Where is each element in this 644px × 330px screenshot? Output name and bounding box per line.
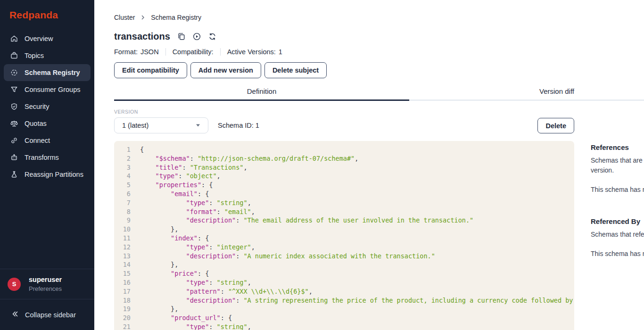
tab-version-diff[interactable]: Version diff xyxy=(409,87,644,101)
code-line: 4 "type": "object", xyxy=(114,172,574,181)
code-line: 7 "type": "string", xyxy=(114,198,574,207)
line-number: 2 xyxy=(114,154,131,163)
shield-icon xyxy=(10,102,18,111)
meta-label: Format: xyxy=(114,48,138,56)
sidebar-item-quotas[interactable]: Quotas xyxy=(4,115,91,132)
meta-label: Compatibility: xyxy=(173,48,214,56)
sidebar-item-topics[interactable]: Topics xyxy=(4,47,91,64)
line-content: "email": { xyxy=(131,190,209,198)
code-line: 16 "type": "string", xyxy=(114,278,574,287)
line-content: }, xyxy=(131,225,178,234)
chevron-right-icon xyxy=(140,15,146,20)
sidebar-item-label: Security xyxy=(25,103,49,110)
line-content: "product_url": { xyxy=(131,314,232,322)
line-content: "type": "string", xyxy=(131,278,251,287)
actions-row: Edit compatibilityAdd new versionDelete … xyxy=(114,62,644,78)
edit-compatibility-button[interactable]: Edit compatibility xyxy=(114,62,187,78)
line-number: 19 xyxy=(114,305,131,314)
line-number: 6 xyxy=(114,190,131,198)
sidebar-item-label: Connect xyxy=(25,137,50,144)
line-content: "$schema": "http://json-schema.org/draft… xyxy=(131,154,358,163)
refs-paragraph: Schemas that are referenced by this vers… xyxy=(591,156,644,175)
line-number: 3 xyxy=(114,163,131,172)
sidebar-item-overview[interactable]: Overview xyxy=(4,30,91,47)
code-line: 12 "type": "integer", xyxy=(114,243,574,252)
sidebar-item-connect[interactable]: Connect xyxy=(4,132,91,149)
line-content: }, xyxy=(131,305,178,314)
line-content: "description": "A string representing th… xyxy=(131,296,574,305)
version-label: VERSION xyxy=(114,109,208,115)
sidebar-item-label: Topics xyxy=(25,52,44,59)
sidebar-item-reassign-partitions[interactable]: Reassign Partitions xyxy=(4,166,91,183)
refs-heading: References xyxy=(591,143,644,151)
line-content: }, xyxy=(131,260,178,269)
delete-subject-button[interactable]: Delete subject xyxy=(264,62,327,78)
topics-icon xyxy=(10,51,18,60)
preferences-link[interactable]: Preferences xyxy=(29,285,62,292)
sidebar-item-transforms[interactable]: Transforms xyxy=(4,149,91,166)
sidebar-item-label: Consumer Groups xyxy=(25,86,80,93)
meta-separator xyxy=(165,48,166,56)
code-line: 17 "pattern": "^XXX \\d+\\.\\d{6}$", xyxy=(114,287,574,296)
line-number: 16 xyxy=(114,278,131,287)
schema-code-editor[interactable]: 1{2 "$schema": "http://json-schema.org/d… xyxy=(114,141,574,330)
run-icon[interactable] xyxy=(192,32,201,41)
schema-id-text: Schema ID: 1 xyxy=(218,122,259,129)
tab-definition[interactable]: Definition xyxy=(114,87,409,101)
breadcrumb: Cluster Schema Registry xyxy=(114,14,644,21)
sidebar-item-label: Quotas xyxy=(25,120,47,127)
line-number: 7 xyxy=(114,198,131,207)
line-number: 14 xyxy=(114,260,131,269)
collapse-sidebar-button[interactable]: Collapse sidebar xyxy=(0,299,94,330)
code-line: 13 "description": "A numeric index assoc… xyxy=(114,252,574,261)
meta-active-versions: Active Versions:1 xyxy=(227,48,282,56)
copy-icon[interactable] xyxy=(177,32,186,41)
flask-icon xyxy=(10,170,18,179)
line-number: 18 xyxy=(114,296,131,305)
refs-section-referenced-by: Referenced BySchemas that reference this… xyxy=(591,217,644,259)
sidebar: Redpanda OverviewTopicsSchema RegistryCo… xyxy=(0,0,94,330)
line-number: 1 xyxy=(114,145,131,154)
page-title: transactions xyxy=(114,31,170,42)
line-number: 13 xyxy=(114,252,131,261)
line-content: { xyxy=(131,145,144,154)
code-line: 3 "title": "Transactions", xyxy=(114,163,574,172)
line-content: "index": { xyxy=(131,234,209,243)
sidebar-item-security[interactable]: Security xyxy=(4,98,91,115)
code-line: 18 "description": "A string representing… xyxy=(114,296,574,305)
user-section[interactable]: S superuser Preferences xyxy=(0,269,94,299)
code-line: 14 }, xyxy=(114,260,574,269)
line-content: "title": "Transactions", xyxy=(131,163,248,172)
refresh-icon[interactable] xyxy=(208,32,217,41)
line-number: 10 xyxy=(114,225,131,234)
code-line: 15 "price": { xyxy=(114,269,574,278)
code-line: 19 }, xyxy=(114,305,574,314)
breadcrumb-cluster[interactable]: Cluster xyxy=(114,14,135,21)
code-line: 11 "index": { xyxy=(114,234,574,243)
avatar[interactable]: S xyxy=(8,278,21,291)
tabs-bar: DefinitionVersion diff xyxy=(114,87,644,101)
sidebar-item-schema-registry[interactable]: Schema Registry xyxy=(4,64,91,81)
line-number: 9 xyxy=(114,216,131,225)
version-select[interactable]: 1 (latest) xyxy=(114,117,208,133)
redpanda-logo: Redpanda xyxy=(0,0,94,30)
add-new-version-button[interactable]: Add new version xyxy=(190,62,261,78)
delete-version-button[interactable]: Delete xyxy=(537,118,574,133)
line-content: "type": "object", xyxy=(131,172,221,181)
code-line: 6 "email": { xyxy=(114,190,574,198)
home-icon xyxy=(10,34,18,43)
meta-value: JSON xyxy=(140,48,159,56)
line-content: "type": "string", xyxy=(131,322,251,330)
line-number: 15 xyxy=(114,269,131,278)
sidebar-item-consumer-groups[interactable]: Consumer Groups xyxy=(4,81,91,98)
user-name: superuser xyxy=(29,276,62,283)
refs-paragraph: This schema has no references. xyxy=(591,185,644,195)
main-content: Cluster Schema Registry transactions For… xyxy=(94,0,644,330)
line-number: 17 xyxy=(114,287,131,296)
line-number: 8 xyxy=(114,207,131,216)
meta-label: Active Versions: xyxy=(227,48,276,56)
meta-value: 1 xyxy=(279,48,282,56)
title-row: transactions xyxy=(114,31,644,42)
refs-paragraph: Schemas that reference this version. xyxy=(591,230,644,239)
funnel-icon xyxy=(10,85,18,94)
